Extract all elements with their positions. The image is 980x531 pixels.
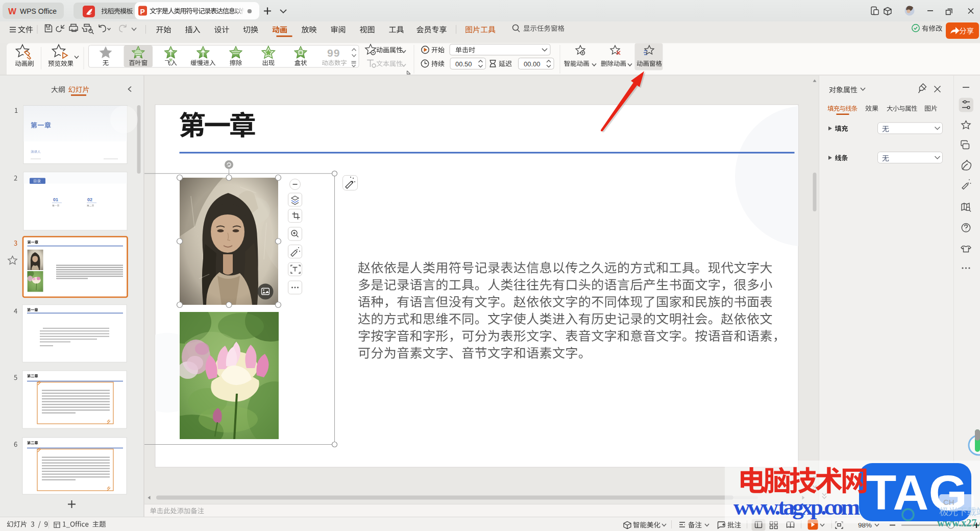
- svg-text:00.50: 00.50: [455, 60, 472, 68]
- svg-text:01: 01: [53, 197, 58, 202]
- svg-text:www.tagxp.com: www.tagxp.com: [733, 494, 860, 520]
- svg-text:P: P: [140, 8, 145, 16]
- svg-text:CH: CH: [943, 498, 954, 506]
- svg-text:00.00: 00.00: [524, 60, 541, 68]
- svg-text:02: 02: [87, 197, 92, 202]
- svg-text:WPS Office: WPS Office: [20, 7, 57, 15]
- svg-text:99: 99: [327, 47, 340, 59]
- svg-text:TAG: TAG: [866, 465, 966, 520]
- svg-text:www.x27.com: www.x27.com: [937, 517, 980, 528]
- svg-text:W: W: [8, 7, 17, 16]
